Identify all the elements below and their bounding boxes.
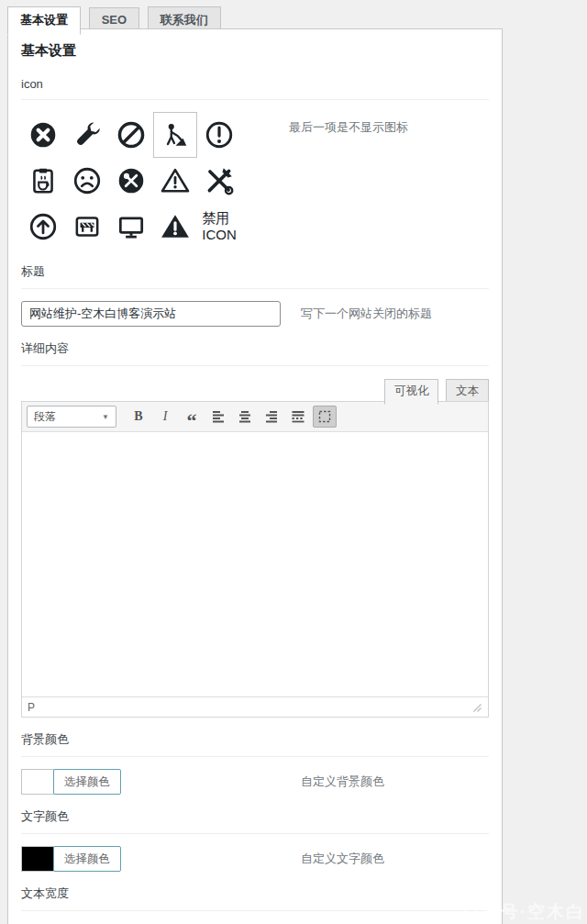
align-center-button[interactable] (233, 406, 257, 428)
arrow-up-circle-icon (28, 211, 59, 242)
settings-tabbar: 基本设置 SEO 联系我们 (0, 0, 587, 28)
resize-grip-icon[interactable] (471, 701, 482, 713)
title-field: 写下一个网站关闭的标题 (21, 301, 489, 327)
close-circle-icon (28, 119, 59, 150)
fullscreen-icon (317, 409, 332, 424)
tools-circle-icon (116, 165, 147, 196)
tab-basic-settings[interactable]: 基本设置 (7, 6, 81, 35)
paragraph-format-dropdown[interactable]: 段落 ▼ (27, 406, 116, 428)
icon-option-no-entry[interactable] (109, 112, 153, 158)
fullscreen-button[interactable] (313, 406, 337, 428)
italic-button[interactable]: I (153, 406, 177, 428)
warning-triangle-filled-icon (160, 211, 191, 242)
align-left-button[interactable] (206, 406, 230, 428)
text-width-field-label: 文本宽度 (21, 872, 489, 911)
icon-option-warning-outline[interactable] (153, 158, 197, 204)
more-tag-icon (291, 409, 305, 424)
bg-color-swatch[interactable] (21, 769, 54, 795)
barrier-icon (72, 211, 103, 242)
dropdown-caret-icon: ▼ (102, 413, 109, 421)
icon-option-disable-icon[interactable]: 禁用 ICON (197, 204, 241, 250)
disable-icon-label: 禁用 ICON (202, 210, 237, 243)
text-color-field: 选择颜色 自定义文字颜色 (21, 846, 489, 872)
editor-statusbar: P (22, 696, 488, 717)
editor-element-path: P (28, 701, 35, 714)
paragraph-format-label: 段落 (34, 409, 56, 425)
worker-digging-icon (160, 119, 191, 150)
bg-color-hint: 自定义背景颜色 (301, 774, 384, 790)
icon-grid: 禁用 ICON (21, 112, 241, 250)
align-right-icon (264, 409, 279, 424)
wrench-icon (72, 119, 103, 150)
editor-content-area[interactable] (22, 432, 488, 696)
align-right-button[interactable] (260, 406, 283, 428)
warning-triangle-outline-icon (160, 165, 191, 196)
icon-option-tools-circle[interactable] (109, 158, 153, 204)
bg-color-pick-button[interactable]: 选择颜色 (53, 769, 121, 795)
bold-button[interactable]: B (127, 406, 150, 428)
content-field-label: 详细内容 (21, 327, 489, 366)
align-left-icon (211, 409, 226, 424)
editor-mode-tabs: 可视化 文本 (21, 378, 489, 401)
clipboard-coffee-icon (28, 165, 59, 196)
text-color-pick-button[interactable]: 选择颜色 (53, 846, 121, 872)
exclamation-circle-icon (204, 119, 235, 150)
icon-option-worker-selected[interactable] (153, 112, 197, 158)
icon-option-close-circle[interactable] (21, 112, 65, 158)
icon-option-barrier[interactable] (65, 204, 109, 250)
icon-option-sad-face[interactable] (65, 158, 109, 204)
icon-option-arrow-up-circle[interactable] (21, 204, 65, 250)
text-color-swatch[interactable] (21, 846, 54, 872)
bg-color-field: 选择颜色 自定义背景颜色 (21, 769, 489, 795)
icon-option-wrench[interactable] (65, 112, 109, 158)
icon-field-label: icon (21, 63, 489, 100)
icon-field-hint: 最后一项是不显示图标 (289, 112, 408, 136)
blockquote-button[interactable]: “ (180, 406, 204, 428)
icon-option-wrench-hammer[interactable] (197, 158, 241, 204)
title-input[interactable] (21, 301, 281, 327)
editor-toolbar: 段落 ▼ B I “ (22, 402, 488, 432)
monitor-icon (116, 211, 147, 242)
settings-panel: 基本设置 icon (7, 28, 503, 924)
align-center-icon (238, 409, 252, 424)
content-editor: 可视化 文本 段落 ▼ B I “ (21, 378, 489, 718)
editor-tab-visual[interactable]: 可视化 (384, 379, 439, 405)
icon-option-exclamation-circle[interactable] (197, 112, 241, 158)
icon-option-clipboard-coffee[interactable] (21, 158, 65, 204)
sad-face-icon (72, 165, 103, 196)
bg-color-field-label: 背景颜色 (21, 718, 489, 757)
icon-field: 禁用 ICON 最后一项是不显示图标 (21, 112, 489, 250)
wrench-hammer-icon (204, 165, 235, 196)
icon-option-monitor[interactable] (109, 204, 153, 250)
more-tag-button[interactable] (286, 406, 310, 428)
no-entry-icon (116, 119, 147, 150)
text-color-hint: 自定义文字颜色 (301, 851, 384, 867)
text-color-field-label: 文字颜色 (21, 795, 489, 834)
title-field-hint: 写下一个网站关闭的标题 (301, 306, 432, 322)
panel-title: 基本设置 (21, 33, 489, 63)
icon-option-warning-filled[interactable] (153, 204, 197, 250)
title-field-label: 标题 (21, 250, 489, 289)
